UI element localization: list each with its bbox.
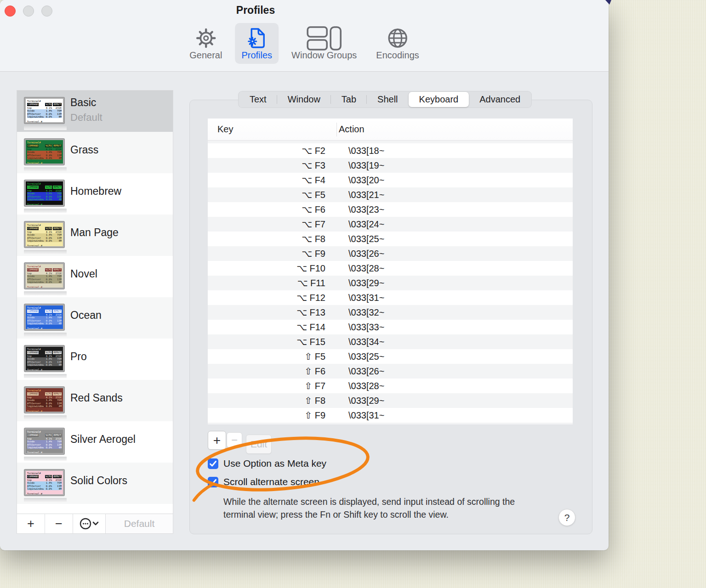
profile-row-novel[interactable]: Terminal#COMMAND%CPURPRVTtop4.1%231KXcod… [17, 256, 173, 297]
thumbnail-reflection [24, 415, 67, 419]
action-cell: \033[31~ [348, 293, 384, 303]
remove-profile-button[interactable]: − [45, 514, 73, 533]
key-cell: ⇧ F7 [208, 380, 325, 391]
scroll-alternate-screen-checkbox-row[interactable]: Scroll alternate screen [208, 476, 319, 487]
tab-advanced[interactable]: Advanced [469, 92, 531, 107]
use-option-as-meta-checkbox-row[interactable]: Use Option as Meta key [208, 458, 326, 469]
thumb-prompt: Terminal # [27, 286, 62, 288]
profile-name: Solid Colors [70, 475, 127, 487]
thumb-prompt: Terminal # [27, 203, 62, 206]
toolbar-item-window-groups[interactable]: Window Groups [285, 23, 363, 64]
profile-name: Novel [70, 268, 97, 280]
key-cell: ⇧ F5 [208, 351, 325, 362]
thumb-prompt: Terminal # [27, 327, 62, 330]
table-header: Key Action [208, 119, 573, 141]
tab-text[interactable]: Text [239, 92, 277, 107]
table-row[interactable]: ⇧ F6\033[26~ [208, 364, 573, 379]
profile-row-red-sands[interactable]: Terminal#COMMAND%CPURPRVTtop4.1%231KXcod… [17, 380, 173, 421]
thumb-col: RPRVT [53, 103, 62, 106]
more-options-button[interactable] [73, 514, 106, 533]
profile-row-man-page[interactable]: Terminal#COMMAND%CPURPRVTtop4.1%231KXcod… [17, 215, 173, 256]
thumbnail-reflection [24, 209, 67, 213]
profile-row-ocean[interactable]: Terminal#COMMAND%CPURPRVTtop4.1%231KXcod… [17, 297, 173, 339]
table-row[interactable]: ⌥ F4\033[20~ [208, 173, 573, 187]
thumb-process-row: loginwindow0.0%4M [27, 115, 62, 118]
table-row[interactable]: ⇧ F7\033[28~ [208, 379, 573, 393]
profile-row-grass[interactable]: Terminal#COMMAND%CPURPRVTtop4.1%231KXcod… [17, 132, 173, 173]
document-gear-icon [246, 26, 268, 50]
thumb-title: Terminal# [27, 389, 62, 392]
profile-row-solid-colors[interactable]: Terminal#COMMAND%CPURPRVTtop4.1%231KXcod… [17, 463, 173, 504]
table-row[interactable]: ⌥ F3\033[19~ [208, 158, 573, 173]
profile-row-silver-aerogel[interactable]: Terminal#COMMAND%CPURPRVTtop4.1%231KXcod… [17, 421, 173, 463]
thumb-title: Terminal# [27, 182, 62, 185]
action-cell: \033[25~ [348, 234, 384, 244]
toolbar-item-general[interactable]: General [183, 23, 228, 64]
thumb-col: %CPU [45, 310, 52, 312]
table-row[interactable]: ⌥ F11\033[29~ [208, 276, 573, 290]
window-groups-icon [306, 26, 342, 50]
gear-icon [195, 26, 217, 50]
profile-name: Man Page [70, 226, 119, 239]
thumb-process-row: loginwindow0.0%4M [27, 198, 62, 201]
thumb-col: COMMAND [27, 227, 39, 230]
edit-mapping-button[interactable]: Edit [246, 435, 272, 454]
table-row[interactable]: ⌥ F10\033[28~ [208, 261, 573, 276]
help-button[interactable]: ? [558, 509, 575, 526]
key-cell: ⇧ F8 [208, 395, 325, 406]
action-cell: \033[31~ [348, 410, 384, 421]
table-row[interactable]: ⌥ F13\033[32~ [208, 305, 573, 320]
checkbox-checked-icon[interactable] [208, 458, 218, 469]
key-cell: ⌥ F15 [208, 336, 325, 347]
desktop-background: Profiles [0, 0, 706, 588]
profile-row-basic[interactable]: Terminal#COMMAND%CPURPRVTtop4.1%231KXcod… [17, 90, 173, 132]
tab-shell[interactable]: Shell [367, 92, 408, 107]
table-row[interactable]: ⌥ F2\033[18~ [208, 143, 573, 158]
thumb-header: COMMAND%CPURPRVT [27, 144, 62, 147]
add-profile-button[interactable]: + [17, 514, 45, 533]
thumb-prompt: Terminal # [27, 368, 62, 371]
thumb-prompt: Terminal # [27, 451, 62, 454]
thumbnail-reflection [24, 250, 67, 254]
toolbar-item-profiles[interactable]: Profiles [235, 23, 279, 64]
profile-thumbnail: Terminal#COMMAND%CPURPRVTtop4.1%231KXcod… [24, 97, 64, 124]
thumb-title: Terminal# [27, 348, 62, 351]
table-row[interactable]: ⇧ F9\033[31~ [208, 408, 573, 423]
table-row[interactable]: ⌥ F15\033[34~ [208, 334, 573, 349]
table-row[interactable]: ⌥ F12\033[31~ [208, 290, 573, 305]
thumb-col: %CPU [45, 186, 52, 188]
preferences-toolbar: General [183, 23, 426, 64]
profiles-list: Terminal#COMMAND%CPURPRVTtop4.1%231KXcod… [17, 90, 173, 534]
thumb-header: COMMAND%CPURPRVT [27, 268, 62, 271]
more-options-icon [79, 517, 99, 530]
profile-row-pro[interactable]: Terminal#COMMAND%CPURPRVTtop4.1%231KXcod… [17, 339, 173, 380]
tab-keyboard[interactable]: Keyboard [409, 92, 469, 107]
thumb-header: COMMAND%CPURPRVT [27, 103, 62, 106]
key-cell: ⌥ F5 [208, 189, 325, 200]
column-header-action: Action [327, 124, 364, 135]
key-cell: ⌥ F11 [208, 277, 325, 288]
table-row[interactable]: ⌥ F8\033[25~ [208, 232, 573, 246]
thumb-col: RPRVT [53, 144, 62, 147]
remove-mapping-button[interactable]: − [227, 432, 242, 448]
add-mapping-button[interactable]: + [208, 431, 226, 450]
tab-window[interactable]: Window [277, 92, 331, 107]
thumb-col: COMMAND [27, 392, 39, 395]
toolbar-item-encodings[interactable]: Encodings [370, 23, 425, 64]
table-row[interactable]: ⌥ F9\033[26~ [208, 246, 573, 261]
table-row[interactable]: ⌥ F6\033[23~ [208, 202, 573, 217]
thumb-col: RPRVT [53, 227, 62, 230]
thumb-col: RPRVT [53, 310, 62, 312]
table-row[interactable]: ⇧ F5\033[25~ [208, 349, 573, 364]
table-row[interactable]: ⇧ F8\033[29~ [208, 393, 573, 408]
key-mappings-table: Key Action ⌥ F2\033[18~⌥ F3\033[19~⌥ F4\… [208, 119, 573, 424]
tab-tab[interactable]: Tab [331, 92, 367, 107]
checkbox-checked-icon[interactable] [208, 477, 218, 487]
table-row[interactable]: ⌥ F5\033[21~ [208, 187, 573, 202]
profile-row-homebrew[interactable]: Terminal#COMMAND%CPURPRVTtop4.1%231KXcod… [17, 173, 173, 215]
table-row[interactable]: ⌥ F7\033[24~ [208, 217, 573, 232]
default-profile-button[interactable]: Default [106, 514, 173, 533]
table-row[interactable]: ⌥ F14\033[33~ [208, 320, 573, 334]
thumb-col: RPRVT [53, 268, 62, 271]
action-cell: \033[29~ [348, 396, 384, 406]
